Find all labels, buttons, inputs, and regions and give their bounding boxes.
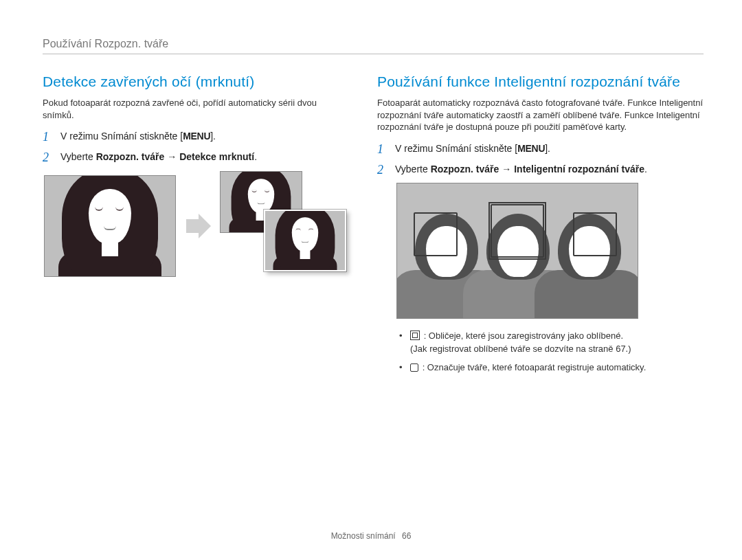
double-frame-icon [410, 331, 420, 340]
right-body: Fotoaparát automaticky rozpoznává často … [377, 97, 704, 133]
left-title: Detekce zavřených očí (mrknutí) [43, 74, 348, 90]
blink-detect-illustration [44, 171, 346, 302]
face-frame-single-1 [414, 212, 458, 256]
left-step-1: 1 V režimu Snímání stiskněte [MENU]. [43, 129, 348, 143]
svg-marker-0 [186, 214, 211, 238]
section-header: Používání Rozpozn. tváře [43, 38, 704, 50]
step2-bold2: Detekce mrknutí [179, 151, 254, 162]
step-number: 1 [43, 128, 49, 146]
step-number: 1 [377, 140, 383, 158]
left-step-2: 2 Vyberte Rozpozn. tváře→Detekce mrknutí… [43, 150, 348, 164]
step2-bold2: Inteligentní rozpoznání tváře [514, 164, 644, 175]
page-footer: Možnosti snímání 66 [0, 531, 742, 541]
manual-page: Používání Rozpozn. tváře Detekce zavřený… [0, 0, 742, 560]
step2-post: . [254, 151, 257, 162]
face-frame-double [491, 204, 544, 258]
col-right: Používání funkce Inteligentní rozpoznání… [377, 74, 704, 380]
right-steps: 1 V režimu Snímání stiskněte [MENU]. 2 V… [377, 142, 704, 177]
menu-label: MENU [517, 143, 545, 154]
step2-post: . [644, 164, 647, 175]
menu-label: MENU [183, 131, 210, 142]
step2-pre: Vyberte [60, 151, 96, 162]
face-frame-single-2 [573, 212, 617, 256]
col-left: Detekce zavřených očí (mrknutí) Pokud fo… [43, 74, 348, 380]
step1-text-post: ]. [545, 143, 550, 154]
legend-item-auto: : Označuje tváře, které fotoaparát regis… [396, 361, 704, 374]
sequence-arrow-icon [185, 212, 212, 240]
legend-item-favorite: : Obličeje, které jsou zaregistrovány ja… [396, 330, 704, 356]
arrow-icon: → [502, 164, 511, 175]
footer-label: Možnosti snímání [331, 531, 396, 541]
single-frame-icon [410, 363, 418, 372]
step-number: 2 [43, 148, 49, 166]
right-title: Používání funkce Inteligentní rozpoznání… [377, 74, 704, 90]
step2-pre: Vyberte [395, 164, 431, 175]
page-number: 66 [402, 531, 411, 541]
right-step-2: 2 Vyberte Rozpozn. tváře→Inteligentní ro… [377, 162, 704, 176]
smart-face-illustration [396, 183, 638, 319]
arrow-icon: → [167, 151, 177, 162]
photo-eyes-open-small [264, 210, 346, 271]
legend-list: : Obličeje, které jsou zaregistrovány ja… [396, 330, 704, 374]
step1-text-pre: V režimu Snímání stiskněte [ [60, 131, 183, 142]
left-steps: 1 V režimu Snímání stiskněte [MENU]. 2 V… [43, 129, 348, 164]
step2-bold1: Rozpozn. tváře [96, 151, 165, 162]
step1-text-post: ]. [210, 131, 216, 142]
step1-text-pre: V režimu Snímání stiskněte [ [395, 143, 517, 154]
photo-eyes-closed-large [44, 175, 176, 277]
step-number: 2 [377, 161, 383, 179]
two-column-layout: Detekce zavřených očí (mrknutí) Pokud fo… [43, 74, 704, 380]
header-rule [43, 54, 704, 54]
legend1-text-a: : Obličeje, které jsou zaregistrovány ja… [424, 331, 624, 341]
left-body: Pokud fotoaparát rozpozná zavřené oči, p… [43, 97, 348, 121]
legend1-text-b: (Jak registrovat oblíbené tváře se dozví… [410, 344, 631, 354]
right-step-1: 1 V režimu Snímání stiskněte [MENU]. [377, 142, 704, 155]
step2-bold1: Rozpozn. tváře [431, 164, 499, 175]
legend2-text: : Označuje tváře, které fotoaparát regis… [423, 362, 647, 372]
